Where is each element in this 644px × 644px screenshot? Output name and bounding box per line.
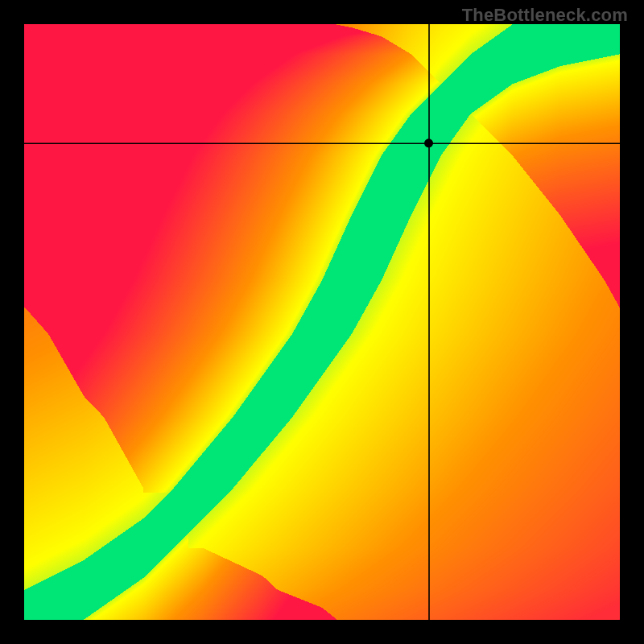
watermark-text: TheBottleneck.com (462, 5, 628, 26)
bottleneck-heatmap (24, 24, 620, 620)
chart-container: TheBottleneck.com (0, 0, 644, 644)
